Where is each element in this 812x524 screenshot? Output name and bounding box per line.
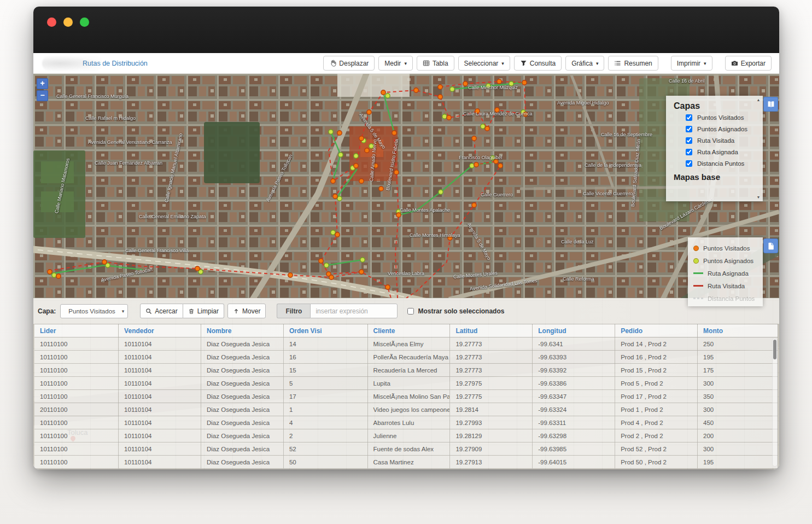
minimize-button[interactable] (63, 18, 73, 27)
layer-select[interactable]: Puntos Visitados ▾ (60, 304, 128, 318)
table-cell: 1 (283, 403, 367, 416)
toolbar-button-seleccionar[interactable]: Seleccionar▾ (458, 56, 510, 71)
filter-expression-input[interactable] (310, 304, 398, 318)
column-header-latitud[interactable]: Latitud (450, 324, 533, 337)
toolbar-button-medir[interactable]: Medir▾ (378, 56, 413, 71)
layers-panel-scrollbar[interactable]: ▲ ▼ (756, 98, 761, 199)
zoom-in-button[interactable]: + (37, 78, 48, 89)
toolbar-button-resumen[interactable]: Resumen (608, 56, 658, 71)
legend-item-label: Ruta Asignada (708, 270, 749, 277)
app-logo (42, 56, 102, 71)
results-table: LiderVendedorNombreOrden VisiClienteLati… (34, 324, 778, 469)
toolbar-button-label: Gráfica (571, 60, 593, 67)
table-header-row: LiderVendedorNombreOrden VisiClienteLati… (34, 324, 778, 337)
table-scrollbar-thumb[interactable] (773, 340, 776, 359)
toolbar-button-consulta[interactable]: Consulta (514, 56, 562, 71)
legend-item-ruta-visitada: Ruta Visitada (693, 280, 757, 292)
toolbar-button-imprimir[interactable]: Imprimir▾ (671, 56, 712, 71)
table-cell: Diaz Osegueda Jesica (201, 443, 284, 456)
map-toolbar: DesplazarMedir▾TablaSeleccionar▾Consulta… (323, 56, 779, 71)
table-cell: 19.27909 (450, 443, 533, 456)
window-controls (47, 18, 89, 27)
table-scrollbar[interactable] (772, 338, 778, 467)
table-cell: 10110104 (119, 337, 201, 351)
table-row[interactable]: 1011010010110104Diaz Osegueda Jesica15Re… (34, 364, 778, 377)
show-selected-checkbox[interactable] (407, 308, 414, 315)
results-table-container: LiderVendedorNombreOrden VisiClienteLati… (34, 324, 778, 468)
maximize-button[interactable] (80, 18, 89, 27)
move-button[interactable]: Mover (227, 304, 266, 318)
legend-toggle-button[interactable] (763, 238, 778, 253)
toolbar-button-label: Tabla (433, 60, 448, 67)
toolbar-button-desplazar[interactable]: Desplazar (323, 56, 375, 71)
layer-item-ruta-asignada: Ruta Asignada (686, 149, 754, 155)
column-header-orden-visi[interactable]: Orden Visi (283, 324, 367, 337)
layers-toggle-button[interactable] (763, 97, 778, 112)
layer-checkbox-puntos-visitados[interactable] (686, 114, 692, 121)
layer-checkbox-ruta-visitada[interactable] (686, 137, 692, 144)
layer-item-label: Ruta Visitada (697, 137, 734, 144)
legend-item-label: Puntos Asignados (703, 258, 753, 264)
zoom-to-button[interactable]: Acercar (140, 304, 183, 318)
table-row[interactable]: 1011010010110104Diaz Osegueda Jesica2Jul… (34, 429, 778, 443)
legend-marker-line (693, 272, 703, 274)
table-cell: 195 (698, 351, 778, 364)
clear-button[interactable]: Limpiar (183, 304, 224, 318)
table-cell: -99.64015 (533, 456, 615, 469)
app-header: Rutas de Distribución DesplazarMedir▾Tab… (33, 53, 779, 74)
toolbar-button-gr-fica[interactable]: Gráfica▾ (565, 56, 604, 71)
funnel-icon (520, 60, 527, 67)
table-row[interactable]: 2011010010110104Diaz Osegueda Jesica1Vid… (34, 403, 778, 416)
layer-item-distancia-puntos: Distancia Puntos (686, 160, 754, 167)
column-header-cliente[interactable]: Cliente (367, 324, 450, 337)
column-header-vendedor[interactable]: Vendedor (119, 324, 201, 337)
table-cell: Prod 1 , Prod 2 (615, 403, 698, 416)
table-row[interactable]: 1011010010110104Diaz Osegueda Jesica50Ca… (34, 456, 778, 469)
column-header-monto[interactable]: Monto (698, 324, 778, 337)
table-cell: Video juegos los campeones (367, 403, 450, 416)
window-titlebar (33, 7, 779, 53)
map-canvas[interactable]: Calle General Francisco MurguíaCalle Raf… (33, 74, 779, 298)
table-cell: 19.27773 (450, 351, 533, 364)
table-row[interactable]: 1011010010110104Diaz Osegueda Jesica16Po… (34, 351, 778, 364)
scroll-up-icon[interactable]: ▲ (756, 98, 761, 102)
table-cell: Prod 2 , Prod 2 (615, 429, 698, 443)
column-header-pedido[interactable]: Pedido (615, 324, 698, 337)
table-cell: Prod 17 , Prod 2 (615, 390, 698, 403)
toolbar-button-exportar[interactable]: Exportar (725, 56, 772, 71)
legend-marker-line (693, 285, 703, 287)
zoom-out-button[interactable]: − (37, 90, 48, 101)
legend-marker-dot (693, 246, 699, 251)
table-row[interactable]: 1011010010110104Diaz Osegueda Jesica52Fu… (34, 443, 778, 456)
table-cell: 19.28129 (450, 429, 533, 443)
filter-input-label: Filtro (277, 304, 310, 318)
layer-checkbox-distancia-puntos[interactable] (686, 160, 692, 167)
table-cell: 10110104 (119, 390, 201, 403)
table-cell: 10110104 (119, 429, 201, 443)
layer-checkbox-puntos-asignados[interactable] (686, 126, 692, 132)
file-icon (767, 242, 775, 251)
table-cell: Diaz Osegueda Jesica (201, 351, 284, 364)
chevron-down-icon: ▾ (704, 61, 706, 66)
scroll-down-icon[interactable]: ▼ (756, 195, 761, 199)
layer-item-label: Distancia Puntos (697, 160, 744, 167)
legend-item-ruta-asignada: Ruta Asignada (693, 267, 757, 280)
table-row[interactable]: 1011010010110104Diaz Osegueda Jesica4Aba… (34, 416, 778, 429)
toolbar-button-tabla[interactable]: Tabla (417, 56, 454, 71)
table-row[interactable]: 1011010010110104Diaz Osegueda Jesica5Lup… (34, 377, 778, 390)
hand-icon (329, 60, 336, 67)
table-row[interactable]: 1011010010110104Diaz Osegueda Jesica17Mi… (34, 390, 778, 403)
column-header-longitud[interactable]: Longitud (533, 324, 615, 337)
map-zoom-controls: + − (37, 78, 48, 101)
column-header-nombre[interactable]: Nombre (201, 324, 284, 337)
layers-panel-title: Capas (674, 101, 754, 111)
table-cell: 300 (698, 377, 778, 390)
table-cell: 10110104 (119, 443, 201, 456)
layer-checkbox-ruta-asignada[interactable] (686, 149, 692, 155)
search-icon (145, 308, 152, 315)
table-cell: Recaudería La Merced (367, 364, 450, 377)
close-button[interactable] (47, 18, 56, 27)
column-header-lider[interactable]: Lider (34, 324, 119, 337)
table-row[interactable]: 1011010010110104Diaz Osegueda Jesica14Mi… (34, 337, 778, 351)
layer-item-ruta-visitada: Ruta Visitada (686, 137, 754, 144)
